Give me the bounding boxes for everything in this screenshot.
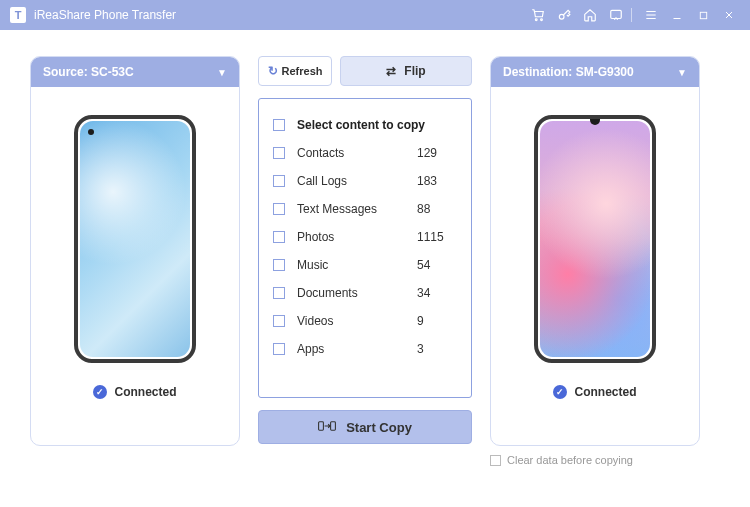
main-area: Source: SC-53C ▼ ✓ Connected ↻ Refresh	[0, 30, 750, 507]
chevron-down-icon: ▼	[677, 67, 687, 78]
source-body: ✓ Connected	[31, 87, 239, 445]
content-item-count: 9	[417, 314, 457, 328]
destination-phone-screen	[540, 121, 650, 357]
svg-rect-4	[700, 12, 706, 18]
content-item-count: 129	[417, 146, 457, 160]
check-icon: ✓	[553, 385, 567, 399]
destination-column: Destination: SM-G9300 ▼ ✓ Connected Clea…	[490, 56, 700, 491]
key-icon[interactable]	[553, 4, 575, 26]
maximize-icon[interactable]	[692, 4, 714, 26]
content-item-checkbox[interactable]	[273, 147, 285, 159]
source-phone-image	[74, 115, 196, 363]
content-items-list: Contacts129Call Logs183Text Messages88Ph…	[273, 139, 457, 363]
titlebar: T iReaShare Phone Transfer	[0, 0, 750, 30]
app-logo: T	[10, 7, 26, 23]
start-copy-button[interactable]: Start Copy	[258, 410, 472, 444]
refresh-icon: ↻	[268, 64, 278, 78]
menu-icon[interactable]	[640, 4, 662, 26]
content-item-row[interactable]: Call Logs183	[273, 167, 457, 195]
content-item-checkbox[interactable]	[273, 231, 285, 243]
source-phone-screen	[80, 121, 190, 357]
destination-status: ✓ Connected	[553, 385, 636, 399]
svg-point-1	[541, 19, 543, 21]
mid-buttons: ↻ Refresh ⇄ Flip	[258, 56, 472, 86]
content-item-label: Videos	[297, 314, 417, 328]
content-item-row[interactable]: Contacts129	[273, 139, 457, 167]
clear-data-option[interactable]: Clear data before copying	[490, 454, 700, 466]
destination-prefix: Destination:	[503, 65, 576, 79]
flip-label: Flip	[404, 64, 425, 78]
content-item-checkbox[interactable]	[273, 343, 285, 355]
camera-dot	[88, 129, 94, 135]
destination-panel: Destination: SM-G9300 ▼ ✓ Connected	[490, 56, 700, 446]
content-item-label: Text Messages	[297, 202, 417, 216]
select-all-checkbox[interactable]	[273, 119, 285, 131]
clear-data-checkbox[interactable]	[490, 455, 501, 466]
content-item-label: Photos	[297, 230, 417, 244]
source-status-label: Connected	[114, 385, 176, 399]
content-item-label: Documents	[297, 286, 417, 300]
content-item-row[interactable]: Music54	[273, 251, 457, 279]
source-status: ✓ Connected	[93, 385, 176, 399]
content-select-box: Select content to copy Contacts129Call L…	[258, 98, 472, 398]
source-column: Source: SC-53C ▼ ✓ Connected	[30, 56, 240, 491]
source-prefix: Source:	[43, 65, 91, 79]
content-item-label: Apps	[297, 342, 417, 356]
content-item-row[interactable]: Documents34	[273, 279, 457, 307]
feedback-icon[interactable]	[605, 4, 627, 26]
middle-column: ↻ Refresh ⇄ Flip Select content to copy …	[258, 56, 472, 491]
flip-icon: ⇄	[386, 64, 396, 78]
start-copy-label: Start Copy	[346, 420, 412, 435]
refresh-button[interactable]: ↻ Refresh	[258, 56, 332, 86]
content-item-row[interactable]: Photos1115	[273, 223, 457, 251]
content-item-checkbox[interactable]	[273, 259, 285, 271]
content-item-row[interactable]: Apps3	[273, 335, 457, 363]
refresh-label: Refresh	[282, 65, 323, 77]
select-all-row[interactable]: Select content to copy	[273, 111, 457, 139]
content-item-count: 54	[417, 258, 457, 272]
copy-icon	[318, 419, 336, 436]
destination-phone-image	[534, 115, 656, 363]
svg-point-0	[535, 19, 537, 21]
svg-rect-6	[331, 421, 336, 429]
content-item-label: Music	[297, 258, 417, 272]
content-item-checkbox[interactable]	[273, 287, 285, 299]
destination-header-label: Destination: SM-G9300	[503, 65, 634, 79]
destination-status-label: Connected	[574, 385, 636, 399]
destination-body: ✓ Connected	[491, 87, 699, 445]
content-item-label: Call Logs	[297, 174, 417, 188]
content-item-count: 1115	[417, 230, 457, 244]
chevron-down-icon: ▼	[217, 67, 227, 78]
destination-device-name: SM-G9300	[576, 65, 634, 79]
minimize-icon[interactable]	[666, 4, 688, 26]
close-icon[interactable]	[718, 4, 740, 26]
destination-device-dropdown[interactable]: Destination: SM-G9300 ▼	[491, 57, 699, 87]
clear-data-label: Clear data before copying	[507, 454, 633, 466]
content-item-count: 183	[417, 174, 457, 188]
source-device-name: SC-53C	[91, 65, 134, 79]
svg-rect-5	[319, 421, 324, 429]
flip-button[interactable]: ⇄ Flip	[340, 56, 472, 86]
cart-icon[interactable]	[527, 4, 549, 26]
source-panel: Source: SC-53C ▼ ✓ Connected	[30, 56, 240, 446]
svg-point-2	[559, 14, 564, 19]
separator	[631, 8, 632, 22]
content-item-count: 88	[417, 202, 457, 216]
source-device-dropdown[interactable]: Source: SC-53C ▼	[31, 57, 239, 87]
source-header-label: Source: SC-53C	[43, 65, 134, 79]
select-all-label: Select content to copy	[297, 118, 457, 132]
check-icon: ✓	[93, 385, 107, 399]
content-item-row[interactable]: Text Messages88	[273, 195, 457, 223]
content-item-count: 3	[417, 342, 457, 356]
content-item-count: 34	[417, 286, 457, 300]
home-icon[interactable]	[579, 4, 601, 26]
content-item-checkbox[interactable]	[273, 203, 285, 215]
content-item-checkbox[interactable]	[273, 175, 285, 187]
content-item-checkbox[interactable]	[273, 315, 285, 327]
app-title: iReaShare Phone Transfer	[34, 8, 176, 22]
content-item-label: Contacts	[297, 146, 417, 160]
content-item-row[interactable]: Videos9	[273, 307, 457, 335]
